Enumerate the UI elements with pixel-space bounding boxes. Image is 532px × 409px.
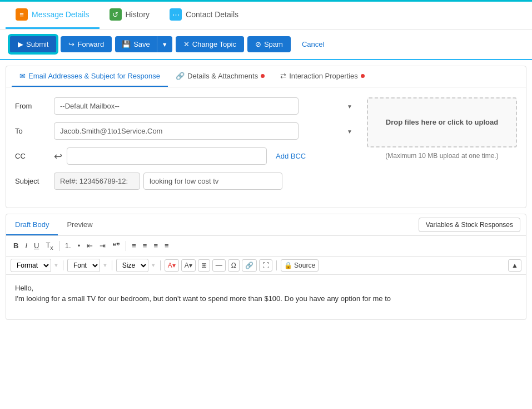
cc-field-area: ↩ Add BCC	[54, 147, 358, 165]
font-caret: ▼	[102, 262, 108, 268]
unordered-list-button[interactable]: •	[75, 240, 83, 252]
to-select[interactable]: Jacob.Smith@1to1Service.Com	[54, 122, 299, 140]
tab-draft-body[interactable]: Draft Body	[6, 215, 58, 235]
collapse-button[interactable]: ▲	[508, 259, 521, 272]
save-dropdown-button[interactable]: ▼	[157, 36, 172, 52]
draft-tabs-row: Draft Body Preview Variables & Stock Res…	[6, 214, 526, 236]
save-split-button: 💾 Save ▼	[115, 36, 172, 52]
tab-contact-details-label: Contact Details	[186, 10, 238, 19]
align-left-button[interactable]: ≡	[129, 240, 139, 252]
attachment-icon: 🔗	[176, 72, 185, 80]
tab-contact-details[interactable]: ⋯ Contact Details	[160, 2, 248, 29]
interaction-required-dot	[361, 74, 365, 78]
link-button[interactable]: 🔗	[242, 259, 257, 272]
drop-zone-text: Drop files here or click to upload	[386, 117, 498, 128]
sub-tab-details-attachments[interactable]: 🔗 Details & Attachments	[168, 66, 272, 87]
cc-label: CC	[15, 152, 54, 160]
upload-area: Drop files here or click to upload (Maxi…	[367, 97, 517, 198]
from-row: From --Default Mailbox--	[15, 97, 358, 115]
source-button[interactable]: 🔒 Source	[281, 259, 319, 272]
tab-message-details-label: Message Details	[32, 10, 90, 19]
subject-text-input[interactable]	[143, 173, 282, 190]
content-area: ✉ Email Addresses & Subject for Response…	[6, 66, 526, 208]
editor-body[interactable]: Hello, I'm looking for a small TV for ou…	[6, 275, 526, 319]
drop-zone[interactable]: Drop files here or click to upload	[367, 97, 517, 147]
from-select[interactable]: --Default Mailbox--	[54, 97, 299, 115]
bg-color-button[interactable]: A▾	[181, 259, 196, 272]
variables-stock-responses-button[interactable]: Variables & Stock Responses	[419, 218, 520, 232]
subject-ref-input[interactable]	[54, 173, 140, 190]
fullscreen-button[interactable]: ⛶	[259, 259, 272, 272]
size-caret: ▼	[151, 262, 156, 268]
sub-tab-interaction-properties[interactable]: ⇄ Interaction Properties	[272, 66, 372, 87]
subject-field-area	[54, 173, 358, 190]
change-topic-icon: ✕	[183, 40, 190, 48]
toolbar-sep-1	[59, 241, 59, 251]
forward-button[interactable]: ↪ Forward	[61, 36, 112, 52]
form-left: From --Default Mailbox-- To Jacob.Smith@…	[15, 97, 358, 198]
outdent-button[interactable]: ⇤	[84, 240, 96, 252]
toolbar-sep-6	[276, 260, 277, 270]
forward-icon: ↪	[68, 40, 74, 48]
from-select-wrapper: --Default Mailbox--	[54, 97, 358, 115]
sub-tab-email-addresses[interactable]: ✉ Email Addresses & Subject for Response	[12, 66, 168, 87]
tab-message-details[interactable]: ≡ Message Details	[6, 2, 100, 29]
format-caret: ▼	[53, 262, 59, 268]
editor-toolbar-row1: B I U Tx 1. • ⇤ ⇥ ❝❞ ≡ ≡ ≡ ≡	[6, 236, 526, 257]
interaction-icon: ⇄	[280, 72, 286, 80]
tab-preview[interactable]: Preview	[58, 215, 101, 235]
italic-button[interactable]: I	[22, 240, 30, 252]
hr-button[interactable]: —	[212, 259, 226, 272]
sub-tab-bar: ✉ Email Addresses & Subject for Response…	[6, 66, 526, 87]
spam-button[interactable]: ⊘ Spam	[247, 36, 291, 52]
indent-button[interactable]: ⇥	[97, 240, 108, 252]
editor-line1: Hello,	[15, 283, 517, 294]
toolbar-sep-3	[63, 260, 63, 270]
tab-history-label: History	[126, 10, 150, 19]
align-justify-button[interactable]: ≡	[162, 240, 172, 252]
contact-details-icon: ⋯	[170, 8, 182, 21]
clear-format-button[interactable]: Tx	[43, 239, 56, 253]
email-icon: ✉	[19, 72, 26, 80]
to-label: To	[15, 127, 54, 135]
format-select[interactable]: Format	[11, 259, 51, 272]
to-row: To Jacob.Smith@1to1Service.Com	[15, 122, 358, 140]
editor-line2: I'm looking for a small TV for our bedro…	[15, 293, 517, 304]
submit-icon: ▶	[18, 40, 23, 48]
save-button[interactable]: 💾 Save	[115, 36, 157, 52]
change-topic-button[interactable]: ✕ Change Topic	[176, 36, 244, 52]
draft-tabs: Draft Body Preview	[6, 215, 102, 235]
action-bar: ▶ Submit ↪ Forward 💾 Save ▼ ✕ Change Top…	[0, 29, 532, 60]
blockquote-button[interactable]: ❝❞	[110, 240, 123, 252]
subject-row: Subject	[15, 173, 358, 190]
toolbar-sep-4	[112, 260, 112, 270]
cc-row: CC ↩ Add BCC	[15, 147, 358, 165]
special-char-button[interactable]: Ω	[228, 259, 240, 272]
from-label: From	[15, 102, 54, 110]
font-color-button[interactable]: A▾	[165, 259, 179, 272]
submit-button[interactable]: ▶ Submit	[9, 35, 57, 53]
underline-button[interactable]: U	[31, 240, 42, 252]
font-select[interactable]: Font	[67, 259, 100, 272]
spam-icon: ⊘	[255, 40, 261, 48]
draft-section: Draft Body Preview Variables & Stock Res…	[6, 214, 526, 320]
add-bcc-button[interactable]: Add BCC	[276, 152, 306, 160]
ordered-list-button[interactable]: 1.	[62, 240, 74, 252]
toolbar-sep-5	[160, 260, 161, 270]
table-button[interactable]: ⊞	[198, 259, 210, 272]
align-right-button[interactable]: ≡	[151, 240, 161, 252]
cc-input[interactable]	[67, 147, 267, 165]
details-required-dot	[261, 74, 265, 78]
save-icon: 💾	[122, 40, 131, 48]
top-tab-bar: ≡ Message Details ↺ History ⋯ Contact De…	[0, 2, 532, 29]
message-details-icon: ≡	[16, 8, 28, 21]
tab-history[interactable]: ↺ History	[100, 2, 160, 29]
size-select[interactable]: Size	[116, 259, 148, 272]
cc-back-icon[interactable]: ↩	[54, 150, 62, 162]
bold-button[interactable]: B	[11, 240, 21, 252]
align-center-button[interactable]: ≡	[140, 240, 150, 252]
cancel-button[interactable]: Cancel	[294, 36, 332, 52]
history-icon: ↺	[110, 8, 122, 21]
subject-label: Subject	[15, 177, 54, 185]
to-select-wrapper: Jacob.Smith@1to1Service.Com	[54, 122, 358, 140]
